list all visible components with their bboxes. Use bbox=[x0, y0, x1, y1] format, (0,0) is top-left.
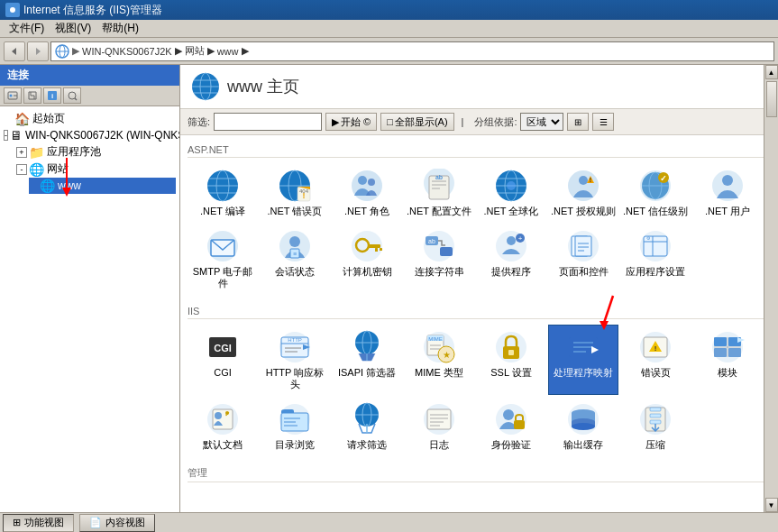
scroll-thumb[interactable] bbox=[766, 81, 777, 117]
svg-point-12 bbox=[69, 92, 76, 99]
net-auth-icon: ! bbox=[565, 168, 601, 204]
icon-isapi-filter[interactable]: ISAPI 筛选器 bbox=[332, 325, 402, 395]
icon-req-filter[interactable]: 请求筛选 bbox=[332, 397, 402, 455]
tree-expand-server[interactable]: - bbox=[4, 130, 8, 141]
icon-http-response[interactable]: HTTP HTTP 响应标头 bbox=[260, 325, 330, 395]
icon-modules[interactable]: 模块 bbox=[692, 325, 763, 395]
svg-point-71 bbox=[424, 231, 454, 261]
svg-rect-113 bbox=[508, 350, 514, 355]
svg-text:CGI: CGI bbox=[214, 343, 232, 353]
menu-bar: 文件(F) 视图(V) 帮助(H) bbox=[0, 20, 778, 38]
icon-error-pages[interactable]: ! 错误页 bbox=[620, 325, 691, 395]
tree-item-home[interactable]: 🏠 起始页 bbox=[4, 110, 176, 127]
scroll-up-button[interactable]: ▲ bbox=[765, 65, 778, 79]
back-button[interactable] bbox=[4, 41, 25, 61]
view-toggle-button[interactable]: ⊞ bbox=[567, 113, 589, 131]
icon-machinekey[interactable]: 计算机密钥 bbox=[332, 224, 402, 294]
icon-smtp[interactable]: SMTP 电子邮件 bbox=[188, 224, 258, 294]
icon-pages[interactable]: 页面和控件 bbox=[548, 224, 618, 294]
toolbar-btn-3[interactable]: i bbox=[43, 87, 61, 104]
svg-point-59 bbox=[722, 175, 733, 186]
title-bar: Internet 信息服务 (IIS)管理器 bbox=[0, 0, 778, 20]
section-manage-label: 管理 bbox=[188, 464, 771, 482]
forward-button[interactable] bbox=[27, 41, 49, 61]
start-button[interactable]: ▶ 开始 © bbox=[325, 113, 377, 131]
scroll-down-button[interactable]: ▼ bbox=[765, 498, 778, 512]
icon-auth[interactable]: 身份验证 bbox=[476, 397, 546, 455]
svg-point-161 bbox=[572, 423, 595, 430]
icon-net-error[interactable]: ! 404 .NET 错误页 bbox=[260, 163, 330, 222]
icon-compress[interactable]: 压缩 bbox=[620, 397, 691, 455]
menu-view[interactable]: 视图(V) bbox=[50, 19, 96, 38]
tree-view: 🏠 起始页 - 🖥 WIN-QNKS0067J2K (WIN-QNKS0 + 📁… bbox=[0, 106, 179, 512]
toolbar-btn-1[interactable] bbox=[4, 87, 22, 104]
tree-label-apppool: 应用程序池 bbox=[47, 144, 101, 160]
aspnet-icons-grid: .NET 编译 ! 404 bbox=[188, 163, 771, 295]
address-part2: 网站 bbox=[185, 44, 205, 58]
address-bar[interactable]: ▶ WIN-QNKS0067J2K ▶ 网站 ▶ www ▶ bbox=[50, 41, 774, 61]
icon-appset[interactable]: ⚙ 应用程序设置 bbox=[620, 224, 691, 294]
connstr-label: 连接字符串 bbox=[415, 266, 464, 278]
toolbar-btn-2[interactable] bbox=[23, 87, 41, 104]
icon-session[interactable]: ≡ 会话状态 bbox=[260, 224, 330, 294]
icon-net-trust[interactable]: ✓ .NET 信任级别 bbox=[620, 163, 691, 222]
svg-point-34 bbox=[358, 176, 367, 185]
group-by-label: 分组依据: bbox=[474, 115, 517, 129]
icon-mime[interactable]: MIME ★ MIME 类型 bbox=[404, 325, 474, 395]
show-all-icon: □ bbox=[387, 116, 393, 127]
menu-help[interactable]: 帮助(H) bbox=[96, 19, 144, 38]
group-by-select[interactable]: 区域 bbox=[520, 113, 563, 131]
svg-rect-69 bbox=[375, 248, 378, 252]
dir-browse-icon bbox=[277, 401, 313, 437]
right-panel-title: www 主页 bbox=[227, 76, 299, 97]
icon-cgi[interactable]: CGI CGI bbox=[188, 325, 258, 395]
tree-expand-apppool[interactable]: + bbox=[16, 147, 27, 158]
icon-net-auth[interactable]: ! .NET 授权规则 bbox=[548, 163, 618, 222]
icon-net-config[interactable]: ab .NET 配置文件 bbox=[404, 163, 474, 222]
feature-view-tab[interactable]: ⊞ 功能视图 bbox=[3, 514, 74, 532]
icon-net-user[interactable]: .NET 用户 bbox=[692, 163, 763, 222]
provider-label: 提供程序 bbox=[491, 266, 531, 278]
icon-dir-browse[interactable]: 目录浏览 bbox=[260, 397, 330, 455]
net-compile-icon bbox=[205, 168, 241, 204]
tree-item-www[interactable]: 🌐 www bbox=[29, 178, 176, 194]
tree-item-apppool[interactable]: + 📁 应用程序池 bbox=[4, 143, 176, 161]
net-auth-label: .NET 授权规则 bbox=[551, 206, 616, 217]
scrollbar[interactable]: ▲ ▼ bbox=[764, 65, 778, 512]
tree-item-sites[interactable]: - 🌐 网站 bbox=[4, 161, 176, 178]
icon-net-compile[interactable]: .NET 编译 bbox=[188, 163, 258, 222]
icon-net-global[interactable]: .NET 全球化 bbox=[476, 163, 546, 222]
svg-marker-3 bbox=[36, 48, 41, 55]
show-all-button[interactable]: □ 全部显示(A) bbox=[380, 113, 453, 131]
address-sep2: ▶ bbox=[207, 45, 215, 57]
net-error-icon: ! 404 bbox=[277, 168, 313, 204]
icon-log[interactable]: 日志 bbox=[404, 397, 474, 455]
icon-output-cache[interactable]: 输出缓存 bbox=[548, 397, 618, 455]
filter-input[interactable] bbox=[214, 113, 322, 131]
view-list-button[interactable]: ☰ bbox=[592, 113, 614, 131]
bottom-bar: ⊞ 功能视图 📄 内容视图 bbox=[0, 512, 778, 532]
menu-file[interactable]: 文件(F) bbox=[4, 19, 50, 38]
net-global-icon bbox=[493, 168, 529, 204]
svg-text:+: + bbox=[518, 234, 523, 243]
icon-ssl[interactable]: SSL 设置 bbox=[476, 325, 546, 395]
toolbar-btn-4[interactable] bbox=[63, 87, 81, 104]
icon-net-role[interactable]: .NET 角色 bbox=[332, 163, 402, 222]
svg-rect-68 bbox=[368, 244, 380, 248]
http-response-label: HTTP 响应标头 bbox=[262, 367, 327, 390]
content-view-tab[interactable]: 📄 内容视图 bbox=[79, 514, 155, 532]
icon-connstr[interactable]: ab 连接字符串 bbox=[404, 224, 474, 294]
net-global-label: .NET 全球化 bbox=[484, 206, 539, 217]
tree-label-sites: 网站 bbox=[47, 161, 69, 177]
address-nav-icon: ▶ bbox=[72, 45, 79, 57]
machinekey-label: 计算机密钥 bbox=[343, 266, 392, 278]
handler-icon bbox=[565, 329, 601, 365]
feature-view-icon: ⊞ bbox=[13, 517, 21, 528]
tree-item-server[interactable]: - 🖥 WIN-QNKS0067J2K (WIN-QNKS0 bbox=[4, 127, 176, 143]
icon-provider[interactable]: + 提供程序 bbox=[476, 224, 546, 294]
icon-default-doc[interactable]: ✓ 默认文档 bbox=[188, 397, 258, 455]
icon-handler[interactable]: 处理程序映射 bbox=[548, 325, 618, 395]
tree-expand-sites[interactable]: - bbox=[16, 164, 27, 175]
isapi-filter-label: ISAPI 筛选器 bbox=[338, 367, 396, 379]
svg-rect-148 bbox=[427, 409, 451, 429]
